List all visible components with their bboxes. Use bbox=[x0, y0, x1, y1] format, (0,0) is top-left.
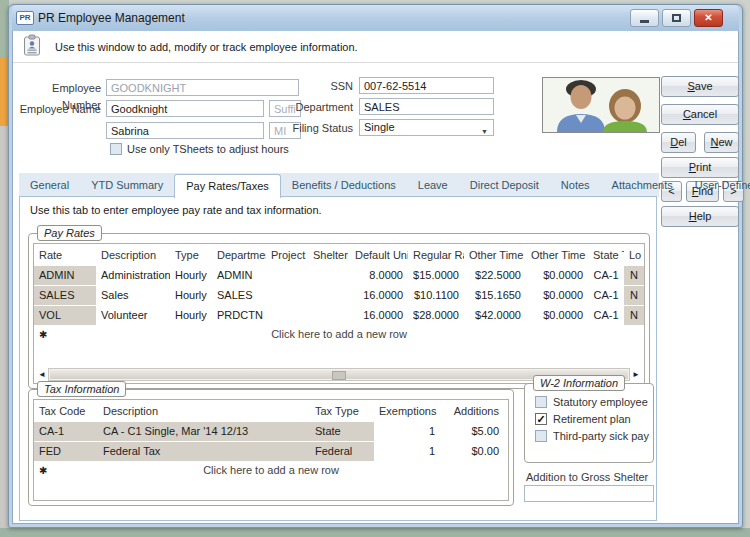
column-header[interactable]: Department bbox=[212, 244, 266, 265]
tab-strip: GeneralYTD SummaryPay Rates/TaxesBenefit… bbox=[19, 173, 659, 197]
tsheets-checkbox[interactable] bbox=[110, 143, 122, 155]
tab-ytd-summary[interactable]: YTD Summary bbox=[80, 174, 174, 197]
cell[interactable]: Hourly bbox=[170, 266, 212, 285]
cell[interactable]: $5.00 bbox=[440, 422, 504, 441]
cell[interactable]: CA-1 bbox=[34, 422, 98, 441]
statutory-employee-checkbox[interactable] bbox=[535, 396, 547, 408]
cell[interactable]: SALES bbox=[212, 286, 266, 305]
column-header[interactable]: Tax Type bbox=[310, 400, 374, 421]
cell[interactable]: Volunteer bbox=[96, 306, 170, 325]
cell[interactable]: $0.0000 bbox=[526, 286, 588, 305]
column-header[interactable]: Shelter bbox=[308, 244, 350, 265]
column-header[interactable]: Lo bbox=[624, 244, 644, 265]
cell[interactable]: Federal bbox=[310, 442, 374, 461]
column-header[interactable]: Tax Code bbox=[34, 400, 98, 421]
filing-status-select[interactable]: Single ▼ bbox=[359, 119, 494, 136]
column-header[interactable]: Other Time 1 bbox=[464, 244, 526, 265]
column-header[interactable]: Additions bbox=[440, 400, 504, 421]
cell[interactable]: State bbox=[310, 422, 374, 441]
help-button[interactable]: Help bbox=[661, 206, 739, 227]
cell[interactable]: 16.0000 bbox=[350, 306, 408, 325]
tab-attachments[interactable]: Attachments bbox=[601, 174, 684, 197]
cell[interactable] bbox=[266, 266, 308, 285]
column-header[interactable]: Default Units bbox=[350, 244, 408, 265]
cell[interactable]: 16.0000 bbox=[350, 286, 408, 305]
column-header[interactable]: Description bbox=[96, 244, 170, 265]
add-new-row[interactable]: ✱Click here to add a new row bbox=[34, 461, 508, 479]
cell[interactable]: 1 bbox=[374, 422, 440, 441]
cell[interactable]: $0.0000 bbox=[526, 306, 588, 325]
cell[interactable]: $0.00 bbox=[440, 442, 504, 461]
cancel-button[interactable]: Cancel bbox=[661, 104, 739, 125]
cell[interactable]: FED bbox=[34, 442, 98, 461]
scrollbar-grip[interactable] bbox=[332, 371, 346, 380]
chevron-down-icon: ▼ bbox=[481, 124, 488, 139]
cell[interactable]: CA-1 bbox=[588, 286, 624, 305]
cell[interactable]: ADMIN bbox=[212, 266, 266, 285]
column-header[interactable]: Exemptions bbox=[374, 400, 440, 421]
cell[interactable]: CA-1 bbox=[588, 266, 624, 285]
tab-notes[interactable]: Notes bbox=[550, 174, 601, 197]
column-header[interactable]: Type bbox=[170, 244, 212, 265]
column-header[interactable]: Other Time 2 bbox=[526, 244, 588, 265]
column-header[interactable]: Rate bbox=[34, 244, 96, 265]
cell[interactable]: Sales bbox=[96, 286, 170, 305]
third-party-sick-pay-checkbox[interactable] bbox=[535, 430, 547, 442]
first-name-input[interactable] bbox=[106, 122, 264, 139]
cell[interactable]: $15.0000 bbox=[408, 266, 464, 285]
maximize-button[interactable] bbox=[662, 9, 691, 27]
scroll-right-icon[interactable]: ► bbox=[630, 368, 642, 381]
tab-benefits-deductions[interactable]: Benefits / Deductions bbox=[281, 174, 407, 197]
cell[interactable]: PRDCTN bbox=[212, 306, 266, 325]
grid-header-row: Tax CodeDescriptionTax TypeExemptionsAdd… bbox=[34, 400, 508, 421]
new-button[interactable]: New bbox=[704, 132, 739, 153]
cell[interactable] bbox=[308, 266, 350, 285]
cell[interactable]: ADMIN bbox=[34, 266, 96, 285]
tab-pay-rates-taxes[interactable]: Pay Rates/Taxes bbox=[174, 174, 281, 198]
cell[interactable] bbox=[266, 306, 308, 325]
cell[interactable]: Administration bbox=[96, 266, 170, 285]
cell[interactable]: $28.0000 bbox=[408, 306, 464, 325]
retirement-plan-checkbox[interactable]: ✓ bbox=[535, 413, 547, 425]
column-header[interactable]: Project bbox=[266, 244, 308, 265]
close-button[interactable]: ✕ bbox=[694, 9, 723, 27]
cell[interactable]: $42.0000 bbox=[464, 306, 526, 325]
delete-button[interactable]: Del bbox=[661, 132, 696, 153]
tab-leave[interactable]: Leave bbox=[407, 174, 459, 197]
tab-general[interactable]: General bbox=[19, 174, 80, 197]
department-input[interactable] bbox=[359, 98, 494, 115]
cell[interactable]: N bbox=[624, 286, 644, 305]
cell[interactable]: Federal Tax bbox=[98, 442, 310, 461]
cell[interactable]: CA-1 bbox=[588, 306, 624, 325]
cell[interactable]: CA - C1 Single, Mar '14 12/13 bbox=[98, 422, 310, 441]
last-name-input[interactable] bbox=[106, 100, 264, 117]
ssn-input[interactable] bbox=[359, 77, 494, 94]
gross-shelter-input[interactable] bbox=[524, 485, 654, 502]
cell[interactable]: SALES bbox=[34, 286, 96, 305]
cell[interactable]: $0.0000 bbox=[526, 266, 588, 285]
column-header[interactable]: Description bbox=[98, 400, 310, 421]
cell[interactable]: $15.1650 bbox=[464, 286, 526, 305]
cell[interactable]: VOL bbox=[34, 306, 96, 325]
cell[interactable]: Hourly bbox=[170, 286, 212, 305]
window-titlebar[interactable]: PR PR Employee Management ✕ bbox=[12, 5, 739, 31]
cell[interactable]: $22.5000 bbox=[464, 266, 526, 285]
column-header[interactable]: State Tax bbox=[588, 244, 624, 265]
minimize-button[interactable] bbox=[630, 9, 659, 27]
save-button[interactable]: Save bbox=[661, 76, 739, 97]
column-header[interactable]: Regular Rate bbox=[408, 244, 464, 265]
cell[interactable]: Hourly bbox=[170, 306, 212, 325]
cell[interactable] bbox=[308, 306, 350, 325]
cell[interactable] bbox=[308, 286, 350, 305]
tab-user-defined[interactable]: User-Defined bbox=[684, 174, 750, 197]
cell[interactable]: $10.1100 bbox=[408, 286, 464, 305]
cell[interactable] bbox=[266, 286, 308, 305]
add-new-row[interactable]: ✱Click here to add a new row bbox=[34, 325, 644, 343]
cell[interactable]: 1 bbox=[374, 442, 440, 461]
maximize-icon bbox=[672, 14, 681, 22]
scroll-left-icon[interactable]: ◄ bbox=[36, 368, 48, 381]
cell[interactable]: N bbox=[624, 266, 644, 285]
cell[interactable]: 8.0000 bbox=[350, 266, 408, 285]
cell[interactable]: N bbox=[624, 306, 644, 325]
tab-direct-deposit[interactable]: Direct Deposit bbox=[459, 174, 550, 197]
